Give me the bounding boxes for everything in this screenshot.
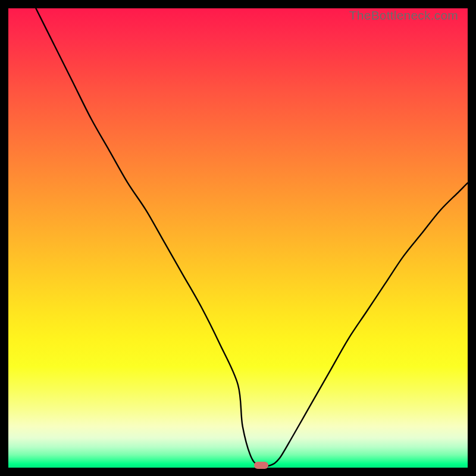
optimal-marker	[254, 462, 268, 469]
chart-frame: TheBottleneck.com	[0, 0, 476, 476]
bottleneck-curve	[8, 8, 468, 468]
plot-area: TheBottleneck.com	[8, 8, 468, 468]
curve-path	[36, 8, 468, 466]
watermark-text: TheBottleneck.com	[349, 8, 458, 23]
